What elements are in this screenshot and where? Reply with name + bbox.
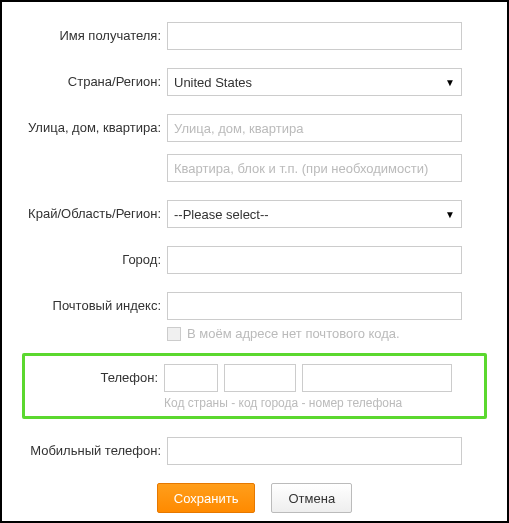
label-street: Улица, дом, квартира: xyxy=(22,114,167,135)
row-country: Страна/Регион: United States ▼ xyxy=(22,68,487,96)
phone-highlight: Телефон: Код страны - код города - номер… xyxy=(22,353,487,419)
street2-input[interactable] xyxy=(167,154,462,182)
save-button[interactable]: Сохранить xyxy=(157,483,256,513)
label-recipient: Имя получателя: xyxy=(22,22,167,43)
row-recipient: Имя получателя: xyxy=(22,22,487,50)
label-city: Город: xyxy=(22,246,167,267)
row-city: Город: xyxy=(22,246,487,274)
row-street2 xyxy=(22,154,487,182)
address-form: Имя получателя: Страна/Регион: United St… xyxy=(0,0,509,523)
city-input[interactable] xyxy=(167,246,462,274)
no-postal-row: В моём адресе нет почтового кода. xyxy=(167,326,487,341)
street-input[interactable] xyxy=(167,114,462,142)
region-select-value: --Please select-- xyxy=(174,207,269,222)
label-phone: Телефон: xyxy=(31,364,164,385)
country-select-value: United States xyxy=(174,75,252,90)
no-postal-label: В моём адресе нет почтового кода. xyxy=(187,326,400,341)
postal-code-input[interactable] xyxy=(167,292,462,320)
row-region: Край/Область/Регион: --Please select-- ▼ xyxy=(22,200,487,228)
label-country: Страна/Регион: xyxy=(22,68,167,89)
country-select[interactable]: United States ▼ xyxy=(167,68,462,96)
chevron-down-icon: ▼ xyxy=(445,77,455,88)
label-region: Край/Область/Регион: xyxy=(22,200,167,221)
chevron-down-icon: ▼ xyxy=(445,209,455,220)
mobile-phone-input[interactable] xyxy=(167,437,462,465)
phone-inputs xyxy=(164,364,478,392)
row-phone: Телефон: Код страны - код города - номер… xyxy=(31,364,478,410)
label-mobile: Мобильный телефон: xyxy=(22,437,167,458)
row-mobile: Мобильный телефон: xyxy=(22,437,487,465)
row-street: Улица, дом, квартира: xyxy=(22,114,487,142)
phone-hint: Код страны - код города - номер телефона xyxy=(164,396,478,410)
cancel-button[interactable]: Отмена xyxy=(271,483,352,513)
phone-number-input[interactable] xyxy=(302,364,452,392)
region-select[interactable]: --Please select-- ▼ xyxy=(167,200,462,228)
recipient-name-input[interactable] xyxy=(167,22,462,50)
phone-area-code-input[interactable] xyxy=(224,364,296,392)
label-postal: Почтовый индекс: xyxy=(22,292,167,313)
button-row: Сохранить Отмена xyxy=(22,483,487,513)
row-postal: Почтовый индекс: В моём адресе нет почто… xyxy=(22,292,487,341)
phone-country-code-input[interactable] xyxy=(164,364,218,392)
no-postal-checkbox[interactable] xyxy=(167,327,181,341)
